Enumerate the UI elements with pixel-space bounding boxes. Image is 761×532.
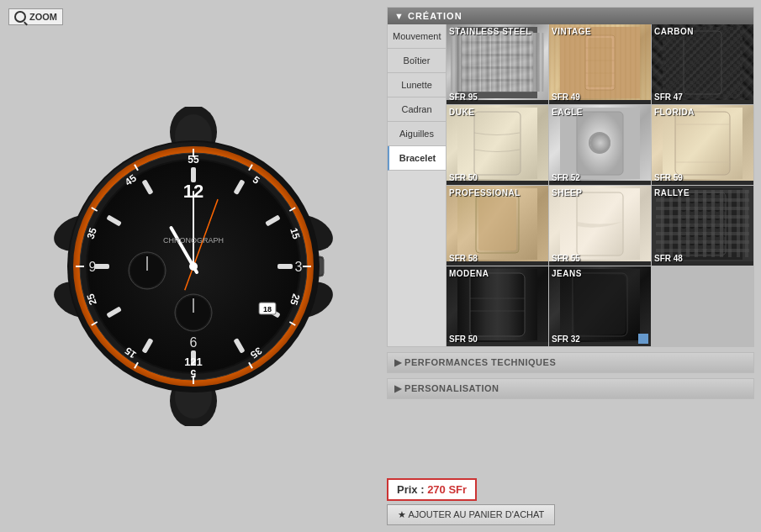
add-to-cart-button[interactable]: ★ AJOUTER AU PANIER D'ACHAT xyxy=(387,504,555,525)
svg-text:9: 9 xyxy=(89,260,97,274)
svg-text:18: 18 xyxy=(263,305,272,313)
zoom-label: ZOOM xyxy=(29,12,57,22)
personalisation-section[interactable]: ▶ PERSONALISATION xyxy=(387,378,754,399)
nav-item-lunette[interactable]: Lunette xyxy=(388,73,446,97)
svg-rect-77 xyxy=(585,35,615,90)
price-label: Prix : xyxy=(397,483,427,496)
nav-item-mouvement[interactable]: Mouvement xyxy=(388,24,446,49)
svg-rect-33 xyxy=(277,264,293,269)
svg-rect-113 xyxy=(574,275,626,334)
rallye-price: SFR 48 xyxy=(654,254,683,263)
nav-menu: Mouvement Boîtier Lunette Cadran Aiguill… xyxy=(388,24,447,346)
svg-rect-72 xyxy=(462,44,533,54)
svg-rect-88 xyxy=(663,27,743,98)
sheep-price: SFR 55 xyxy=(552,254,580,263)
duke-label: DUKE xyxy=(449,108,474,117)
svg-point-57 xyxy=(189,262,198,271)
svg-rect-76 xyxy=(560,27,640,98)
svg-rect-89 xyxy=(684,31,721,94)
performances-label: ▶ PERFORMANCES TECHNIQUES xyxy=(394,357,556,368)
svg-text:3: 3 xyxy=(295,260,303,274)
svg-text:CHRONOGRAPH: CHRONOGRAPH xyxy=(163,236,224,245)
svg-rect-108 xyxy=(470,273,525,336)
svg-rect-105 xyxy=(663,188,743,260)
modena-label: MODENA xyxy=(449,269,489,278)
modena-price: SFR 50 xyxy=(449,334,478,344)
product-vintage[interactable]: VINTAGE SFR 49 xyxy=(549,24,651,104)
svg-text:6: 6 xyxy=(190,335,198,350)
watch-svg: 5 5 xyxy=(50,107,336,426)
carbon-label: CARBON xyxy=(654,27,694,36)
svg-rect-74 xyxy=(462,69,533,79)
svg-text:55: 55 xyxy=(188,154,199,166)
nav-item-aiguilles[interactable]: Aiguilles xyxy=(388,122,446,146)
sheep-label: SHEEP xyxy=(552,188,582,198)
selected-indicator xyxy=(638,334,648,344)
professional-price: SFR 58 xyxy=(449,254,478,263)
svg-point-94 xyxy=(589,133,610,153)
nav-item-cadran[interactable]: Cadran xyxy=(388,97,446,122)
svg-point-95 xyxy=(595,138,605,148)
main-container: ZOOM xyxy=(0,0,761,532)
products-grid: STAINLESS STEEL SFR 95 xyxy=(447,24,753,346)
watch-display: 5 5 xyxy=(50,111,336,422)
stainless-price: SFR 95 xyxy=(449,92,478,102)
product-jeans[interactable]: JEANS SFR 32 xyxy=(549,266,651,346)
creation-body: Mouvement Boîtier Lunette Cadran Aiguill… xyxy=(388,24,753,346)
svg-rect-75 xyxy=(462,82,533,92)
stainless-label: STAINLESS STEEL xyxy=(449,27,531,36)
product-sheep[interactable]: SHEEP SFR 55 xyxy=(549,186,651,266)
vintage-price: SFR 49 xyxy=(552,92,580,102)
svg-rect-93 xyxy=(577,112,623,175)
zoom-button[interactable]: ZOOM xyxy=(8,8,63,25)
svg-rect-39 xyxy=(94,264,109,269)
price-cart-section: Prix : 270 SFr ★ AJOUTER AU PANIER D'ACH… xyxy=(387,478,754,525)
add-to-cart-label: ★ AJOUTER AU PANIER D'ACHAT xyxy=(398,509,544,520)
product-florida[interactable]: FLORIDA SFR 59 xyxy=(652,105,753,185)
nav-item-boitier[interactable]: Boîtier xyxy=(388,49,446,73)
svg-rect-100 xyxy=(478,198,516,250)
personalisation-header: ▶ PERSONALISATION xyxy=(388,379,753,398)
florida-label: FLORIDA xyxy=(654,108,695,117)
florida-price: SFR 59 xyxy=(654,173,683,182)
price-value: 270 SFr xyxy=(427,483,467,496)
nav-item-bracelet[interactable]: Bracelet xyxy=(388,146,446,171)
price-display: Prix : 270 SFr xyxy=(387,478,477,501)
right-panel: ▼ CRÉATION Mouvement Boîtier Lunette Cad… xyxy=(387,0,761,532)
rallye-label: RALLYE xyxy=(654,188,690,198)
personalisation-label: ▶ PERSONALISATION xyxy=(394,383,499,394)
eagle-price: SFR 52 xyxy=(552,173,580,182)
product-eagle[interactable]: EAGLE SFR 52 xyxy=(549,105,651,185)
product-duke[interactable]: DUKE SFR 50 xyxy=(447,105,548,185)
product-carbon[interactable]: CARBON SFR 47 xyxy=(652,24,753,104)
vintage-label: VINTAGE xyxy=(552,27,591,36)
professional-label: PROFESSIONAL xyxy=(449,188,521,198)
product-stainless-steel[interactable]: STAINLESS STEEL SFR 95 xyxy=(447,24,548,104)
performances-section[interactable]: ▶ PERFORMANCES TECHNIQUES xyxy=(387,352,754,373)
performances-header: ▶ PERFORMANCES TECHNIQUES xyxy=(388,353,753,372)
svg-rect-55 xyxy=(193,191,194,266)
svg-rect-78 xyxy=(588,38,612,87)
duke-price: SFR 50 xyxy=(449,173,478,182)
eagle-label: EAGLE xyxy=(552,108,583,117)
svg-rect-97 xyxy=(675,112,730,175)
svg-rect-73 xyxy=(462,56,533,66)
left-panel: ZOOM xyxy=(0,0,387,532)
zoom-icon xyxy=(14,11,26,23)
creation-section: ▼ CRÉATION Mouvement Boîtier Lunette Cad… xyxy=(387,7,754,347)
creation-header-text: ▼ CRÉATION xyxy=(394,11,462,21)
product-rallye[interactable]: RALLYE SFR 48 xyxy=(652,186,753,266)
creation-header[interactable]: ▼ CRÉATION xyxy=(388,8,753,24)
svg-rect-91 xyxy=(474,112,521,175)
product-modena[interactable]: MODENA SFR 50 xyxy=(447,266,548,346)
svg-rect-70 xyxy=(457,27,537,98)
product-professional[interactable]: PROFESSIONAL SFR 58 xyxy=(447,186,548,266)
svg-text:5: 5 xyxy=(190,367,196,379)
jeans-price: SFR 32 xyxy=(552,334,580,344)
carbon-price: SFR 47 xyxy=(654,92,683,102)
jeans-label: JEANS xyxy=(552,269,582,278)
svg-text:121: 121 xyxy=(184,356,203,368)
svg-rect-106 xyxy=(679,192,726,255)
